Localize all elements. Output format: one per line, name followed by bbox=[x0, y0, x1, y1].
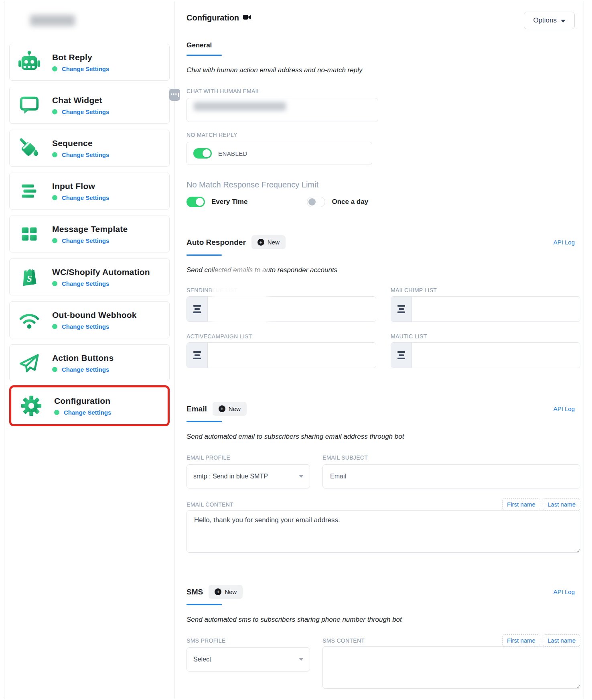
change-settings-link[interactable]: Change Settings bbox=[62, 237, 109, 244]
tab-underline bbox=[187, 55, 222, 56]
email-content-label: EMAIL CONTENT bbox=[187, 501, 233, 508]
no-match-reply-state: ENABLED bbox=[218, 150, 247, 157]
mautic-list-label: MAUTIC LIST bbox=[391, 333, 580, 340]
merge-tag-last-name[interactable]: Last name bbox=[543, 634, 580, 647]
email-title: Email bbox=[187, 405, 207, 413]
sidebar-item-label: WC/Shopify Automation bbox=[52, 267, 150, 277]
sidebar: Bot Reply Change Settings Chat Widget Ch… bbox=[4, 1, 175, 699]
change-settings-link[interactable]: Change Settings bbox=[62, 280, 109, 287]
mailchimp-list-label: MAILCHIMP LIST bbox=[391, 287, 580, 293]
chevron-down-icon bbox=[561, 20, 566, 22]
email-subject-input[interactable] bbox=[322, 464, 580, 488]
paper-plane-icon bbox=[18, 351, 41, 374]
activecampaign-list-label: ACTIVECAMPAIGN LIST bbox=[187, 333, 376, 340]
status-dot bbox=[52, 281, 57, 286]
sidebar-item-configuration[interactable]: Configuration Change Settings bbox=[11, 387, 168, 424]
redacted-overlay bbox=[211, 270, 268, 334]
general-subtitle: Chat with human action email address and… bbox=[187, 66, 580, 74]
plus-icon: + bbox=[219, 405, 225, 412]
sidebar-item-label: Out-bound Webhook bbox=[52, 310, 137, 320]
sidebar-item-outbound-webhook[interactable]: Out-bound Webhook Change Settings bbox=[9, 301, 170, 338]
sidebar-item-label: Bot Reply bbox=[52, 53, 109, 62]
gear-icon bbox=[20, 394, 43, 417]
list-icon bbox=[187, 297, 208, 322]
sidebar-item-message-template[interactable]: Message Template Change Settings bbox=[9, 216, 170, 252]
sidebar-item-action-buttons[interactable]: Action Buttons Change Settings bbox=[9, 344, 170, 381]
options-button[interactable]: Options bbox=[524, 12, 575, 29]
sms-content-label: SMS CONTENT bbox=[322, 637, 365, 644]
bot-drag-handle-icon[interactable]: ••• bbox=[169, 89, 180, 101]
status-dot bbox=[52, 238, 57, 243]
email-subject-label: EMAIL SUBJECT bbox=[322, 454, 580, 461]
status-dot bbox=[52, 66, 57, 71]
plugin-logo bbox=[30, 15, 75, 26]
section-sms: SMS +New API Log Send automated sms to s… bbox=[187, 585, 580, 690]
bars-icon bbox=[18, 179, 41, 203]
activecampaign-list-input[interactable] bbox=[208, 343, 376, 368]
wifi-icon bbox=[18, 308, 41, 332]
change-settings-link[interactable]: Change Settings bbox=[64, 409, 111, 416]
sms-subtitle: Send automated sms to subscribers sharin… bbox=[187, 616, 580, 624]
change-settings-link[interactable]: Change Settings bbox=[62, 65, 109, 72]
status-dot bbox=[52, 152, 57, 157]
every-time-label: Every Time bbox=[211, 198, 247, 206]
section-underline bbox=[187, 604, 222, 605]
app-window: Bot Reply Change Settings Chat Widget Ch… bbox=[4, 1, 584, 699]
change-settings-link[interactable]: Change Settings bbox=[62, 151, 109, 158]
section-general: General Chat with human action email add… bbox=[187, 29, 580, 207]
once-a-day-toggle[interactable] bbox=[307, 197, 325, 207]
grid-icon bbox=[18, 222, 41, 246]
change-settings-link[interactable]: Change Settings bbox=[62, 366, 109, 373]
video-camera-icon[interactable] bbox=[243, 14, 251, 22]
merge-tag-last-name[interactable]: Last name bbox=[543, 498, 580, 511]
paint-bucket-icon bbox=[18, 136, 41, 160]
email-api-log-link[interactable]: API Log bbox=[553, 405, 575, 412]
auto-responder-new-button[interactable]: +New bbox=[251, 235, 286, 249]
sms-new-button[interactable]: +New bbox=[209, 585, 243, 599]
page-title: Configuration bbox=[187, 13, 239, 22]
sms-api-log-link[interactable]: API Log bbox=[553, 588, 575, 595]
sidebar-item-label: Configuration bbox=[54, 396, 111, 406]
sidebar-item-sequence[interactable]: Sequence Change Settings bbox=[9, 130, 170, 167]
mailchimp-list-input[interactable] bbox=[412, 297, 580, 322]
select-caret-icon bbox=[299, 475, 303, 478]
sidebar-item-label: Action Buttons bbox=[52, 353, 114, 363]
sidebar-item-label: Message Template bbox=[52, 224, 128, 234]
sms-profile-select[interactable]: Select bbox=[187, 647, 310, 672]
no-match-reply-box: ENABLED bbox=[187, 142, 372, 165]
email-content-textarea[interactable]: Hello, thank you for sending your email … bbox=[187, 510, 580, 553]
change-settings-link[interactable]: Change Settings bbox=[62, 108, 109, 115]
no-match-reply-label: NO MATCH REPLY bbox=[187, 132, 580, 138]
change-settings-link[interactable]: Change Settings bbox=[62, 323, 109, 330]
email-new-button[interactable]: +New bbox=[213, 402, 247, 416]
list-icon bbox=[391, 343, 412, 368]
no-match-reply-toggle[interactable] bbox=[193, 148, 212, 159]
sms-content-textarea[interactable] bbox=[322, 646, 580, 689]
sidebar-item-chat-widget[interactable]: Chat Widget Change Settings bbox=[9, 87, 170, 124]
list-icon bbox=[391, 297, 412, 322]
sms-profile-label: SMS PROFILE bbox=[187, 637, 310, 644]
svg-text:S: S bbox=[27, 274, 32, 284]
sidebar-item-wc-shopify[interactable]: S WC/Shopify Automation Change Settings bbox=[9, 258, 170, 295]
plus-icon: + bbox=[215, 588, 221, 595]
email-profile-select[interactable]: smtp : Send in blue SMTP bbox=[187, 464, 310, 488]
sidebar-item-bot-reply[interactable]: Bot Reply Change Settings bbox=[9, 44, 170, 81]
status-dot bbox=[52, 195, 57, 200]
general-tab: General bbox=[187, 41, 212, 49]
merge-tag-first-name[interactable]: First name bbox=[502, 498, 540, 511]
section-underline bbox=[187, 254, 222, 256]
section-email: Email +New API Log Send automated email … bbox=[187, 402, 580, 554]
frequency-limit-title: No Match Response Frequency Limit bbox=[187, 180, 580, 189]
change-settings-link[interactable]: Change Settings bbox=[62, 194, 109, 201]
mautic-list-input[interactable] bbox=[412, 343, 580, 368]
merge-tag-first-name[interactable]: First name bbox=[502, 634, 540, 647]
every-time-toggle[interactable] bbox=[187, 197, 205, 207]
auto-responder-api-log-link[interactable]: API Log bbox=[553, 239, 575, 246]
email-subtitle: Send automated email to subscribers shar… bbox=[187, 433, 580, 441]
main-panel: ••• Configuration Options General Chat w… bbox=[175, 1, 584, 699]
status-dot bbox=[52, 109, 57, 114]
status-dot bbox=[52, 324, 57, 329]
section-underline bbox=[187, 421, 222, 422]
sidebar-item-input-flow[interactable]: Input Flow Change Settings bbox=[9, 173, 170, 210]
sidebar-item-label: Input Flow bbox=[52, 181, 109, 191]
